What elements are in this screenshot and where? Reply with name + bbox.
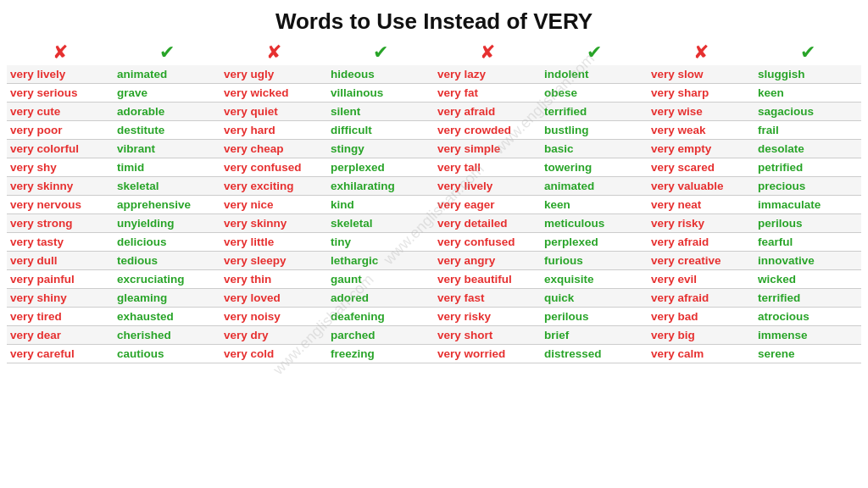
very-word: very simple — [434, 140, 541, 158]
very-word: very sleepy — [220, 252, 327, 270]
very-word: very creative — [648, 252, 754, 270]
very-word: very confused — [220, 158, 327, 177]
replace-word: perplexed — [541, 233, 648, 252]
very-word: very cheap — [220, 140, 327, 158]
replace-word: quick — [541, 289, 648, 308]
replace-word: excruciating — [114, 270, 220, 289]
replace-word: cherished — [114, 326, 220, 345]
replace-word: keen — [541, 196, 648, 214]
very-word: very bad — [648, 308, 754, 326]
very-word: very loved — [220, 289, 327, 308]
very-word: very wicked — [220, 84, 327, 103]
table-row: very seriousgravevery wickedvillainousve… — [7, 84, 861, 103]
replace-word: basic — [541, 140, 648, 158]
very-word: very confused — [434, 233, 541, 252]
very-word: very risky — [648, 214, 754, 233]
replace-word: exquisite — [541, 270, 648, 289]
icon-check-2: ✔ — [327, 43, 434, 62]
replace-word: exhausted — [114, 308, 220, 326]
table-row: very dulltediousvery sleepylethargicvery… — [7, 252, 861, 270]
replace-word: stingy — [327, 140, 434, 158]
replace-word: bustling — [541, 121, 648, 140]
very-word: very lively — [7, 65, 114, 84]
very-word: very sharp — [648, 84, 754, 103]
very-word: very calm — [648, 345, 754, 363]
replace-word: unyielding — [114, 214, 220, 233]
very-word: very evil — [648, 270, 754, 289]
replace-word: silent — [327, 103, 434, 121]
very-word: very crowded — [434, 121, 541, 140]
very-word: very colorful — [7, 140, 114, 158]
table-wrapper: www.englishan.com www.englishan.com www.… — [7, 65, 861, 363]
very-word: very dear — [7, 326, 114, 345]
very-word: very slow — [648, 65, 754, 84]
replace-word: wicked — [754, 270, 861, 289]
very-word: very empty — [648, 140, 754, 158]
main-container: Words to Use Instead of VERY ✘ ✔ ✘ ✔ ✘ ✔… — [0, 0, 868, 370]
very-word: very painful — [7, 270, 114, 289]
replace-word: perilous — [754, 214, 861, 233]
very-word: very careful — [7, 345, 114, 363]
very-word: very shiny — [7, 289, 114, 308]
very-word: very serious — [7, 84, 114, 103]
very-word: very skinny — [220, 214, 327, 233]
icon-cross-1: ✘ — [7, 43, 114, 62]
icon-cross-2: ✘ — [220, 43, 327, 62]
very-word: very angry — [434, 252, 541, 270]
very-word: very lazy — [434, 65, 541, 84]
icon-check-1: ✔ — [114, 43, 220, 62]
icons-row: ✘ ✔ ✘ ✔ ✘ ✔ ✘ ✔ — [7, 43, 861, 62]
replace-word: destitute — [114, 121, 220, 140]
very-word: very shy — [7, 158, 114, 177]
very-word: very worried — [434, 345, 541, 363]
very-word: very lively — [434, 177, 541, 196]
replace-word: immense — [754, 326, 861, 345]
replace-word: sagacious — [754, 103, 861, 121]
very-word: very big — [648, 326, 754, 345]
replace-word: tedious — [114, 252, 220, 270]
replace-word: meticulous — [541, 214, 648, 233]
replace-word: precious — [754, 177, 861, 196]
very-word: very valuable — [648, 177, 754, 196]
very-word: very fat — [434, 84, 541, 103]
very-word: very quiet — [220, 103, 327, 121]
replace-word: indolent — [541, 65, 648, 84]
replace-word: immaculate — [754, 196, 861, 214]
table-row: very colorfulvibrantvery cheapstingyvery… — [7, 140, 861, 158]
replace-word: skeletal — [114, 177, 220, 196]
replace-word: desolate — [754, 140, 861, 158]
replace-word: innovative — [754, 252, 861, 270]
very-word: very dry — [220, 326, 327, 345]
table-row: very poordestitutevery harddifficultvery… — [7, 121, 861, 140]
table-row: very carefulcautiousvery coldfreezingver… — [7, 345, 861, 363]
replace-word: frail — [754, 121, 861, 140]
replace-word: perplexed — [327, 158, 434, 177]
very-word: very tired — [7, 308, 114, 326]
icon-cross-4: ✘ — [648, 43, 754, 62]
icon-check-4: ✔ — [754, 43, 861, 62]
very-word: very afraid — [648, 289, 754, 308]
replace-word: grave — [114, 84, 220, 103]
very-word: very detailed — [434, 214, 541, 233]
table-row: very livelyanimatedvery uglyhideousvery … — [7, 65, 861, 84]
very-word: very skinny — [7, 177, 114, 196]
replace-word: apprehensive — [114, 196, 220, 214]
replace-word: delicious — [114, 233, 220, 252]
very-word: very fast — [434, 289, 541, 308]
replace-word: gleaming — [114, 289, 220, 308]
very-word: very eager — [434, 196, 541, 214]
very-word: very beautiful — [434, 270, 541, 289]
replace-word: adorable — [114, 103, 220, 121]
very-word: very wise — [648, 103, 754, 121]
very-word: very little — [220, 233, 327, 252]
table-row: very shinygleamingvery lovedadoredvery f… — [7, 289, 861, 308]
very-word: very afraid — [648, 233, 754, 252]
very-word: very cute — [7, 103, 114, 121]
replace-word: adored — [327, 289, 434, 308]
very-word: very nervous — [7, 196, 114, 214]
replace-word: animated — [114, 65, 220, 84]
replace-word: furious — [541, 252, 648, 270]
table-row: very strongunyieldingvery skinnyskeletal… — [7, 214, 861, 233]
very-word: very ugly — [220, 65, 327, 84]
replace-word: sluggish — [754, 65, 861, 84]
